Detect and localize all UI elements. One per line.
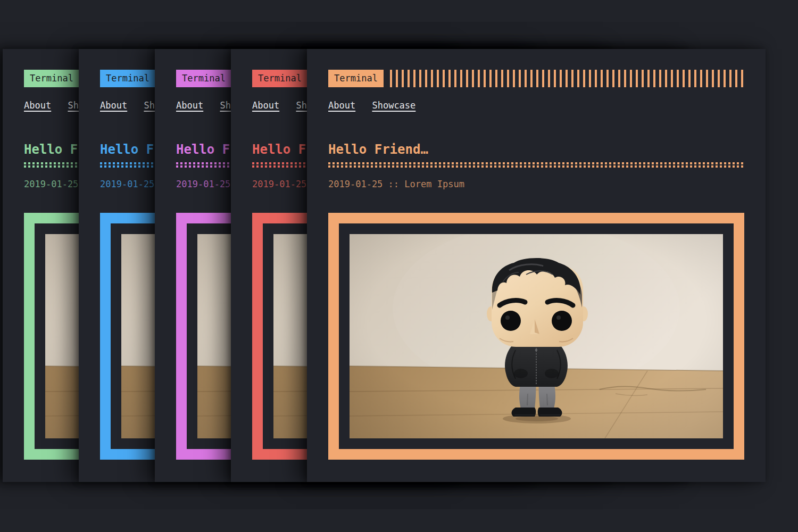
site-menu: About Showcase (328, 100, 744, 111)
site-logo[interactable]: Terminal (100, 70, 155, 87)
post-image-frame (328, 213, 744, 460)
site-logo[interactable]: Terminal (328, 70, 384, 87)
theme-panel-orange: Terminal About Showcase Hello Friend… 20… (307, 49, 766, 482)
nav-link-showcase[interactable]: Showcase (372, 100, 415, 111)
nav-link-about[interactable]: About (328, 100, 355, 111)
title-separator-dots (328, 162, 744, 168)
site-logo[interactable]: Terminal (252, 70, 307, 87)
site-header: Terminal About Showcase (328, 70, 744, 111)
site-logo[interactable]: Terminal (176, 70, 231, 87)
nav-link-about[interactable]: About (252, 100, 279, 111)
post-meta: 2019-01-25 :: Lorem Ipsum (328, 179, 744, 189)
post-title: Hello Friend… (328, 142, 744, 157)
site-logo[interactable]: Terminal (24, 70, 79, 87)
funko-figure-photo (350, 234, 723, 438)
theme-showcase-stage: Terminal About Showcase Hello Friend… 20… (0, 0, 798, 532)
header-stripes-decoration (390, 70, 744, 87)
nav-link-about[interactable]: About (24, 100, 51, 111)
nav-link-about[interactable]: About (176, 100, 203, 111)
nav-link-about[interactable]: About (100, 100, 127, 111)
